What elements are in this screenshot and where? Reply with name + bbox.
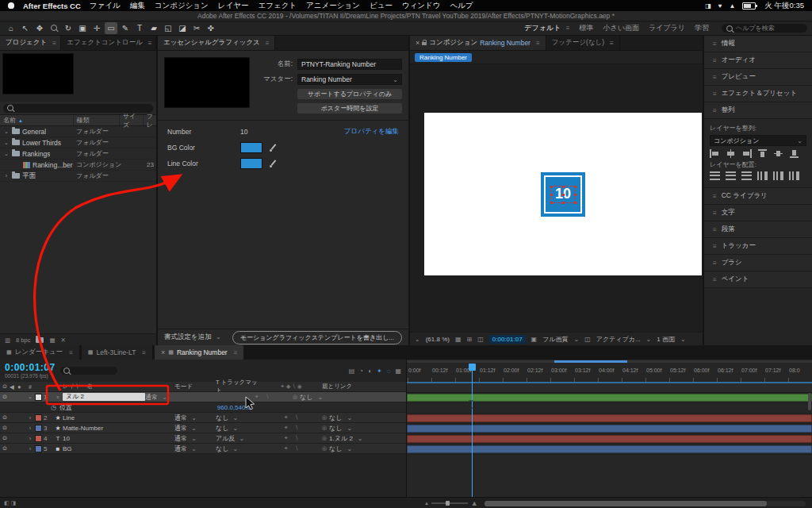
line-color-swatch[interactable] xyxy=(240,158,262,169)
layer-track[interactable] xyxy=(407,434,812,444)
distribute-bottom-icon[interactable] xyxy=(741,171,752,180)
layer-row[interactable]: ⊙ › 5 ■ BG 通常 ⌄ なし ⌄ ✦∖ ◎ なし ⌄ xyxy=(0,444,406,454)
layer-track[interactable] xyxy=(407,393,812,403)
parent-link-select[interactable]: ◎ なし ⌄ xyxy=(293,393,377,402)
template-name-input[interactable]: PTNYT-Ranking Number xyxy=(297,59,402,70)
label-color-swatch[interactable] xyxy=(35,425,42,432)
bg-color-swatch[interactable] xyxy=(240,142,262,153)
blend-mode-select[interactable]: 通常 ⌄ xyxy=(174,414,216,422)
type-tool-icon[interactable]: T xyxy=(133,22,146,34)
layer-duration-bar[interactable] xyxy=(407,435,812,443)
blend-mode-select[interactable]: 通常 ⌄ xyxy=(174,434,216,443)
layer-name[interactable]: 10 xyxy=(63,435,174,442)
lock-icon[interactable] xyxy=(422,42,427,45)
project-column-header[interactable]: 種類 xyxy=(74,115,120,125)
comp-mini-flowchart-icon[interactable]: ▤ xyxy=(349,368,355,375)
work-area-bar[interactable] xyxy=(407,382,812,383)
tab-project[interactable]: プロジェクト≡ xyxy=(0,36,61,50)
layer-switches[interactable]: ✦∖ xyxy=(260,425,322,431)
composition-canvas[interactable]: 10 xyxy=(424,113,702,275)
edit-properties-link[interactable]: プロパティを編集 xyxy=(344,127,399,137)
home-tool-icon[interactable]: ⌂ xyxy=(5,22,17,34)
selection-tool-icon[interactable]: ↖ xyxy=(19,22,32,34)
resolution-select[interactable]: フル画質 xyxy=(542,335,568,344)
interpret-footage-icon[interactable]: ▥ xyxy=(5,337,10,344)
workspace-item[interactable]: 小さい画面 xyxy=(603,23,639,33)
timeline-zoom-control[interactable]: ▴ ▲ xyxy=(425,499,477,507)
distribute-right-icon[interactable] xyxy=(789,171,799,180)
right-panel-item[interactable]: ≡プレビュー xyxy=(704,69,812,86)
blend-mode-select[interactable]: 通常 ⌄ xyxy=(174,444,216,453)
timeline-tab[interactable]: × ▦ Ranking Number≡ xyxy=(155,345,244,360)
mask-toggle-icon[interactable]: ⊞ xyxy=(467,336,473,343)
current-time[interactable]: 0:00:01:07 xyxy=(489,335,526,344)
pickwhip-icon[interactable]: ◎ xyxy=(322,445,327,452)
layer-switches[interactable]: ✦∖ xyxy=(260,445,322,452)
time-ruler[interactable]: 0:00f00:12f01:00f01:12f02:00f02:12f03:00… xyxy=(407,360,812,383)
new-comp-icon[interactable]: ▦ xyxy=(49,337,55,344)
right-panel-item[interactable]: ≡段落 xyxy=(704,221,812,238)
delete-icon[interactable]: ✕ xyxy=(61,337,66,344)
twirl-icon[interactable]: ⌄ xyxy=(3,129,10,135)
layer-switches[interactable]: ✦∖ xyxy=(260,414,322,421)
supported-properties-button[interactable]: サポートするプロパティのみ xyxy=(297,89,402,99)
twirl-icon[interactable]: › xyxy=(25,415,35,421)
eye-icon[interactable]: ⊙ xyxy=(0,394,10,400)
menu-clock[interactable]: 火 午後0:35 xyxy=(764,1,804,11)
rotate-tool-icon[interactable]: ↻ xyxy=(62,22,75,34)
workspace-item[interactable]: ライブラリ xyxy=(649,23,685,33)
project-column-header[interactable]: サイズ xyxy=(120,115,144,125)
layer-switches[interactable]: ✦∖ xyxy=(231,394,293,400)
close-icon[interactable]: × xyxy=(161,348,165,356)
new-folder-icon[interactable] xyxy=(36,337,44,343)
timeline-tab[interactable]: ▦ レンダーキュー≡ xyxy=(0,345,80,360)
menu-item[interactable]: ファイル xyxy=(90,1,121,11)
tab-composition[interactable]: × コンポジション Ranking Number ≡ xyxy=(410,36,546,50)
heart-icon[interactable]: ♥ xyxy=(718,2,722,10)
puppet-pin-tool-icon[interactable]: ✜ xyxy=(205,22,217,34)
right-panel-item[interactable]: ≡文字 xyxy=(704,205,812,221)
zoom-slider-handle[interactable] xyxy=(446,501,450,506)
right-panel-item[interactable]: ≡ペイント xyxy=(704,271,812,288)
pickwhip-icon[interactable]: ◎ xyxy=(322,414,327,421)
twirl-icon[interactable]: ⌄ xyxy=(25,394,35,400)
timeline-search-input[interactable] xyxy=(60,367,117,375)
composition-viewer[interactable]: 10 xyxy=(410,64,703,332)
pickwhip-icon[interactable]: ◎ xyxy=(322,425,327,431)
workspace-item[interactable]: 標準 xyxy=(580,23,594,33)
twirl-icon[interactable]: › xyxy=(25,436,35,441)
layer-row[interactable]: ⊙ › 2 ★ Line 通常 ⌄ なし ⌄ ✦∖ ◎ なし ⌄ xyxy=(0,413,406,423)
close-icon[interactable]: × xyxy=(416,39,419,47)
align-center-v-icon[interactable] xyxy=(773,149,783,158)
comp-nav-chip[interactable]: Ranking Number xyxy=(415,53,472,62)
project-column-header[interactable]: 名前▲ xyxy=(0,115,74,125)
set-poster-time-button[interactable]: ポスター時間を設定 xyxy=(297,103,402,114)
pan-behind-tool-icon[interactable]: ✛ xyxy=(90,22,103,34)
label-color-swatch[interactable] xyxy=(35,414,42,421)
layer-duration-bar[interactable] xyxy=(407,445,812,453)
status-icon[interactable]: ◨ xyxy=(705,2,711,10)
menu-item[interactable]: レイヤー xyxy=(218,1,249,11)
layer-row[interactable]: ⊙ › 3 ★ Matte-Number 通常 ⌄ なし ⌄ ✦∖ ◎ なし ⌄ xyxy=(0,423,406,433)
add-formatting-button[interactable]: 書式設定を追加 ⌄ xyxy=(164,333,221,342)
menu-item[interactable]: コンポジション xyxy=(155,1,209,11)
clone-stamp-tool-icon[interactable]: ◱ xyxy=(162,22,174,34)
pickwhip-icon[interactable]: ◎ xyxy=(293,394,297,400)
parent-link-select[interactable]: ◎ なし ⌄ xyxy=(322,414,406,422)
layer-switches[interactable]: ✦∖ xyxy=(260,435,322,441)
region-of-interest-icon[interactable]: ◫ xyxy=(477,336,484,343)
toggle-switches-icon[interactable]: ◧ ◨ xyxy=(4,500,16,506)
shape-tool-icon[interactable]: ▭ xyxy=(105,22,117,34)
eye-icon[interactable]: ⊙ xyxy=(0,435,10,441)
distribute-top-icon[interactable] xyxy=(710,171,720,180)
tab-footage[interactable]: フッテージ(なし)≡ xyxy=(546,36,620,50)
hide-shy-layers-icon[interactable]: ◐ xyxy=(368,368,372,375)
parent-link-select[interactable]: ◎ なし ⌄ xyxy=(322,444,406,453)
draft-3d-icon[interactable]: ◔ xyxy=(359,368,363,375)
roto-brush-tool-icon[interactable]: ✂ xyxy=(190,22,203,34)
eye-icon[interactable]: ⊙ xyxy=(0,414,10,421)
track-matte-select[interactable]: なし ⌄ xyxy=(216,444,260,453)
layer-name[interactable]: Line xyxy=(63,414,174,421)
apple-menu-icon[interactable] xyxy=(8,2,14,9)
timeline-track-area[interactable]: 0:00f00:12f01:00f01:12f02:00f02:12f03:00… xyxy=(407,360,812,508)
